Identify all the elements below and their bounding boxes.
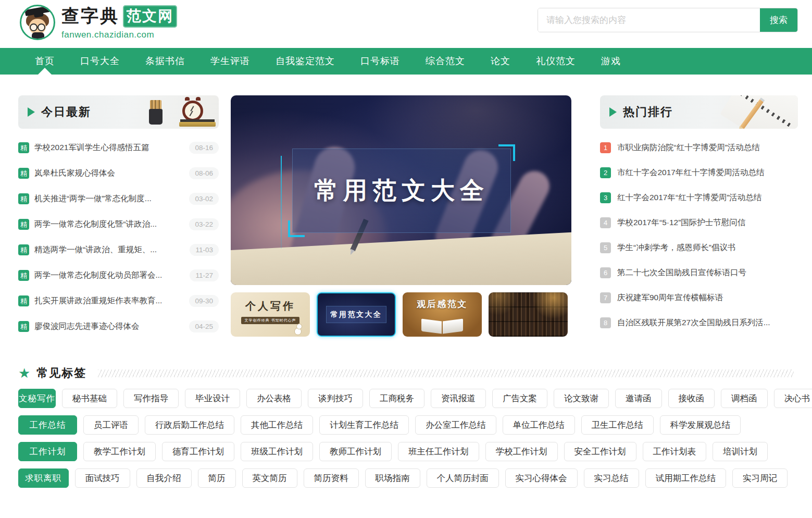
hatch-divider bbox=[98, 369, 794, 377]
nav-item-comprehensive[interactable]: 综合范文 bbox=[426, 48, 465, 75]
list-item[interactable]: 8 自治区残联开展第27次全国助残日系列活... bbox=[600, 310, 798, 335]
tag-group-label[interactable]: 文秘写作 bbox=[18, 389, 56, 408]
tag[interactable]: 计划生育工作总结 bbox=[319, 415, 409, 435]
tag[interactable]: 资讯报道 bbox=[431, 389, 486, 408]
tag[interactable]: 个人简历封面 bbox=[427, 468, 499, 488]
list-item[interactable]: 2 市红十字会2017年红十字博爱周活动总结 bbox=[600, 160, 798, 185]
tag[interactable]: 谈判技巧 bbox=[308, 389, 363, 408]
list-item[interactable]: 7 庆祝建军90周年宣传横幅标语 bbox=[600, 285, 798, 310]
tag[interactable]: 论文致谢 bbox=[554, 389, 609, 408]
nav-item-student-comments[interactable]: 学生评语 bbox=[210, 48, 250, 75]
tag[interactable]: 决心书 bbox=[774, 389, 812, 408]
tag[interactable]: 调档函 bbox=[721, 389, 768, 408]
carousel-thumb-common-templates-active[interactable]: 常用范文大全 bbox=[317, 292, 396, 337]
tag[interactable]: 写作指导 bbox=[123, 389, 179, 408]
tag[interactable]: 邀请函 bbox=[615, 389, 662, 408]
tag[interactable]: 英文简历 bbox=[242, 468, 297, 488]
tag[interactable]: 班级工作计划 bbox=[241, 442, 313, 461]
tag[interactable]: 自我介绍 bbox=[136, 468, 192, 488]
list-item[interactable]: 精 扎实开展讲政治重规矩作表率教育... 09-30 bbox=[18, 288, 219, 314]
tag[interactable]: 科学发展观总结 bbox=[660, 415, 741, 435]
brand-domain: fanwen.chazidian.com bbox=[61, 30, 177, 40]
featured-badge: 精 bbox=[18, 270, 29, 281]
list-item[interactable]: 精 廖俊波同志先进事迹心得体会 04-25 bbox=[18, 314, 219, 339]
date-pill: 08-06 bbox=[189, 167, 219, 179]
carousel-thumb-bookshelf[interactable] bbox=[489, 292, 568, 337]
search-button[interactable]: 搜索 bbox=[760, 8, 797, 32]
search-input[interactable] bbox=[538, 8, 760, 32]
tag[interactable]: 办公表格 bbox=[246, 389, 302, 408]
tag-group-label[interactable]: 工作总结 bbox=[18, 415, 77, 435]
article-title: 第二十七次全国助残日宣传标语口号 bbox=[617, 267, 798, 278]
today-latest-header: 今日最新 bbox=[18, 95, 219, 129]
tag-group-label[interactable]: 求职离职 bbox=[18, 468, 69, 488]
list-item[interactable]: 6 第二十七次全国助残日宣传标语口号 bbox=[600, 260, 798, 285]
tag[interactable]: 单位工作总结 bbox=[503, 415, 575, 435]
tag[interactable]: 广告文案 bbox=[492, 389, 547, 408]
list-item[interactable]: 精 两学一做常态化制度化动员部署会... 11-27 bbox=[18, 263, 219, 288]
thumb-title: 个人写作 bbox=[231, 299, 310, 313]
nav-item-notes-letters[interactable]: 条据书信 bbox=[145, 48, 185, 75]
rank-badge: 7 bbox=[600, 292, 611, 303]
carousel-thumb-review-essays[interactable]: 观后感范文 bbox=[403, 292, 482, 337]
carousel-main-banner[interactable]: 常用范文大全 bbox=[231, 95, 571, 285]
tag[interactable]: 试用期工作总结 bbox=[645, 468, 727, 488]
list-item[interactable]: 精 精选两学一做“讲政治、重规矩、... 11-03 bbox=[18, 237, 219, 263]
tag[interactable]: 实习周记 bbox=[732, 468, 788, 488]
nav-item-slogan-collection[interactable]: 口号大全 bbox=[80, 48, 120, 75]
article-title: 廖俊波同志先进事迹心得体会 bbox=[34, 321, 184, 332]
mascot-body bbox=[32, 32, 44, 40]
tag[interactable]: 行政后勤工作总结 bbox=[145, 415, 234, 435]
list-item[interactable]: 3 红十字会2017年“红十字博爱周”活动总结 bbox=[600, 185, 798, 210]
tag[interactable]: 学校工作计划 bbox=[485, 442, 558, 461]
list-item[interactable]: 1 市职业病防治院“红十字博爱周”活动总结 bbox=[600, 135, 798, 160]
nav-item-etiquette[interactable]: 礼仪范文 bbox=[536, 48, 576, 75]
hot-ranking-header: 热门排行 bbox=[600, 95, 798, 129]
tag-group-label[interactable]: 工作计划 bbox=[18, 442, 77, 461]
snowman-icon bbox=[294, 328, 302, 335]
site-logo[interactable]: 查字典 范文网 fanwen.chazidian.com bbox=[20, 4, 177, 40]
tag[interactable]: 工商税务 bbox=[369, 389, 424, 408]
tag[interactable]: 德育工作计划 bbox=[162, 442, 234, 461]
tag[interactable]: 接收函 bbox=[668, 389, 715, 408]
tag[interactable]: 面试技巧 bbox=[75, 468, 130, 488]
list-item[interactable]: 精 两学一做常态化制度化暨“讲政治... 03-22 bbox=[18, 212, 219, 237]
featured-badge: 精 bbox=[18, 244, 29, 255]
banner-title: 常用范文大全 bbox=[314, 175, 489, 207]
nav-item-home[interactable]: 首页 bbox=[35, 48, 55, 75]
carousel-thumb-personal-writing[interactable]: 个人写作 文学创作经典 书写时代心声 bbox=[231, 292, 310, 337]
date-pill: 03-02 bbox=[189, 193, 219, 205]
nav-item-thesis[interactable]: 论文 bbox=[491, 48, 510, 75]
list-item[interactable]: 精 岚皋杜氏家规心得体会 08-06 bbox=[18, 161, 219, 186]
tag[interactable]: 教学工作计划 bbox=[83, 442, 156, 461]
tag[interactable]: 毕业设计 bbox=[185, 389, 240, 408]
tag[interactable]: 实习心得体会 bbox=[505, 468, 578, 488]
list-item[interactable]: 5 学生“冲刺学考，感恩师长”倡议书 bbox=[600, 235, 798, 260]
nav-item-slogan-banner[interactable]: 口号标语 bbox=[360, 48, 400, 75]
list-item[interactable]: 精 机关推进“两学一做”常态化制度... 03-02 bbox=[18, 186, 219, 212]
article-title: 红十字会2017年“红十字博爱周”活动总结 bbox=[617, 192, 798, 203]
article-title: 精选两学一做“讲政治、重规矩、... bbox=[34, 244, 184, 255]
nav-item-self-assessment[interactable]: 自我鉴定范文 bbox=[276, 48, 335, 75]
tag[interactable]: 其他工作总结 bbox=[241, 415, 313, 435]
tag[interactable]: 简历 bbox=[198, 468, 236, 488]
tag[interactable]: 教师工作计划 bbox=[319, 442, 392, 461]
thumb-title: 常用范文大全 bbox=[331, 310, 382, 319]
article-title: 机关推进“两学一做”常态化制度... bbox=[34, 193, 184, 204]
nav-item-games[interactable]: 游戏 bbox=[601, 48, 621, 75]
tag[interactable]: 秘书基础 bbox=[62, 389, 117, 408]
tag[interactable]: 员工评语 bbox=[83, 415, 139, 435]
tag[interactable]: 职场指南 bbox=[365, 468, 420, 488]
list-item[interactable]: 精 学校2021军训学生心得感悟五篇 08-16 bbox=[18, 135, 219, 161]
tag[interactable]: 办公室工作总结 bbox=[415, 415, 496, 435]
tag[interactable]: 工作计划表 bbox=[643, 442, 707, 461]
tag[interactable]: 简历资料 bbox=[304, 468, 359, 488]
list-item[interactable]: 4 学校2017年“5·12”国际护士节慰问信 bbox=[600, 210, 798, 235]
tag[interactable]: 安全工作计划 bbox=[564, 442, 636, 461]
tag[interactable]: 卫生工作总结 bbox=[581, 415, 654, 435]
notebook-pencil-photo bbox=[715, 95, 798, 129]
pencil-cup-icon bbox=[149, 109, 163, 125]
tag[interactable]: 实习总结 bbox=[584, 468, 639, 488]
tag[interactable]: 培训计划 bbox=[713, 442, 768, 461]
tag[interactable]: 班主任工作计划 bbox=[398, 442, 479, 461]
